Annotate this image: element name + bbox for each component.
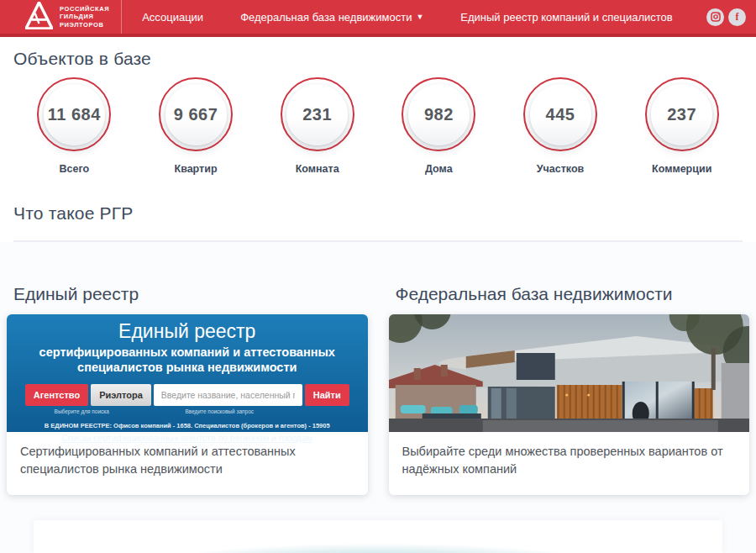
hint-choose: Выберите для поиска: [25, 408, 139, 414]
agency-button[interactable]: Агентство: [25, 384, 88, 406]
stat-value: 982: [424, 105, 454, 124]
stats-title: Объектов в базе: [13, 49, 743, 69]
stat-label: Коммерции: [652, 163, 711, 175]
nav-item-label: Ассоциации: [142, 11, 203, 24]
logo-line-1: РОССИЙСКАЯ: [60, 5, 109, 13]
stat-value: 445: [546, 105, 575, 124]
logo[interactable]: РОССИЙСКАЯ ГИЛЬДИЯ РИЭЛТОРОВ: [0, 0, 121, 34]
stat-item: 237 Коммерции: [621, 77, 743, 175]
stat-value: 231: [302, 105, 332, 124]
stat-circle: 982: [402, 77, 475, 151]
section-divider: [13, 240, 743, 242]
instagram-icon[interactable]: [706, 8, 724, 26]
map-card: [34, 520, 722, 553]
stat-label: Участков: [537, 163, 584, 175]
search-button[interactable]: Найти: [305, 384, 349, 406]
map-section: [0, 520, 756, 553]
registry-banner: Единый реестр сертифицированных компаний…: [7, 314, 368, 432]
hint-query: Введите поисковый запрос: [139, 408, 301, 414]
about-title: Что такое РГР: [13, 203, 743, 224]
stat-label: Квартир: [175, 163, 218, 175]
logo-line-2: ГИЛЬДИЯ: [60, 13, 109, 21]
stat-label: Всего: [60, 163, 90, 175]
stat-circle: 11 684: [37, 77, 111, 151]
stat-item: 982 Дома: [378, 77, 500, 175]
registry-counts-line: В ЕДИНОМ РЕЕСТРЕ: Офисов компаний - 1658…: [7, 422, 368, 429]
fedbase-caption: Выбирайте среди множества проверенных ва…: [389, 432, 750, 495]
registry-search-form: Агентство Риэлтора Найти: [25, 384, 349, 406]
main-nav: Ассоциации ▼ Федеральная база недвижимос…: [142, 11, 706, 24]
russia-map-image: [96, 535, 660, 553]
realtor-button[interactable]: Риэлтора: [91, 384, 151, 406]
social-links: f: [706, 8, 756, 26]
property-photo: [389, 314, 750, 432]
top-navbar: РОССИЙСКАЯ ГИЛЬДИЯ РИЭЛТОРОВ Ассоциации …: [0, 0, 756, 37]
registry-banner-subtitle: сертифицированных компаний и аттестованн…: [27, 345, 348, 375]
nav-item-label: Федеральная база недвижимости: [240, 11, 412, 24]
stat-label: Дома: [425, 163, 453, 175]
nav-item[interactable]: Федеральная база недвижимости ▼: [240, 11, 423, 24]
stat-value: 11 684: [48, 105, 101, 124]
stat-label: Комната: [296, 163, 339, 175]
fedbase-card[interactable]: Выбирайте среди множества проверенных ва…: [389, 314, 750, 495]
nav-item[interactable]: Ассоциации ▼: [142, 11, 203, 24]
logo-text: РОССИЙСКАЯ ГИЛЬДИЯ РИЭЛТОРОВ: [60, 5, 109, 29]
nav-item-label: Единый реестр компаний и специалистов: [460, 11, 672, 24]
stat-value: 237: [667, 105, 696, 124]
stat-item: 231 Комната: [256, 77, 378, 175]
stats-row: 11 684 Всего 9 667 Квартир 231 Комната 9…: [13, 77, 743, 175]
certified-agencies-link[interactable]: Списки сертифицированных агентств по рег…: [62, 433, 312, 443]
registry-banner-title: Единый реестр: [7, 319, 368, 344]
chevron-down-icon: ▼: [416, 13, 423, 21]
form-hints: Выберите для поиска Введите поисковый за…: [25, 408, 349, 414]
facebook-icon[interactable]: f: [728, 8, 746, 26]
fedbase-section-title: Федеральная база недвижимости: [396, 284, 750, 304]
registry-section-title: Единый реестр: [13, 284, 368, 304]
registry-card[interactable]: Единый реестр сертифицированных компаний…: [7, 314, 368, 495]
nav-item[interactable]: Единый реестр компаний и специалистов ▼: [460, 11, 672, 24]
objects-stats-section: Объектов в базе 11 684 Всего 9 667 Кварт…: [0, 37, 756, 183]
stat-circle: 9 667: [159, 77, 233, 151]
logo-line-3: РИЭЛТОРОВ: [60, 21, 109, 29]
registry-search-input[interactable]: [154, 384, 302, 406]
registry-column: Единый реестр Единый реестр сертифициров…: [7, 284, 368, 495]
stat-item: 445 Участков: [500, 77, 622, 175]
about-rgr-section: Что такое РГР: [0, 183, 756, 242]
header-divider: [121, 0, 122, 34]
stat-value: 9 667: [174, 105, 218, 124]
stat-item: 9 667 Квартир: [135, 77, 257, 175]
feature-cards-section: Единый реестр Единый реестр сертифициров…: [0, 284, 756, 495]
stat-circle: 237: [645, 77, 719, 151]
stat-circle: 231: [281, 77, 354, 151]
rgr-logo-icon: [25, 2, 53, 33]
stat-item: 11 684 Всего: [13, 77, 135, 175]
fedbase-column: Федеральная база недвижимости: [389, 284, 750, 495]
stat-circle: 445: [523, 77, 597, 151]
